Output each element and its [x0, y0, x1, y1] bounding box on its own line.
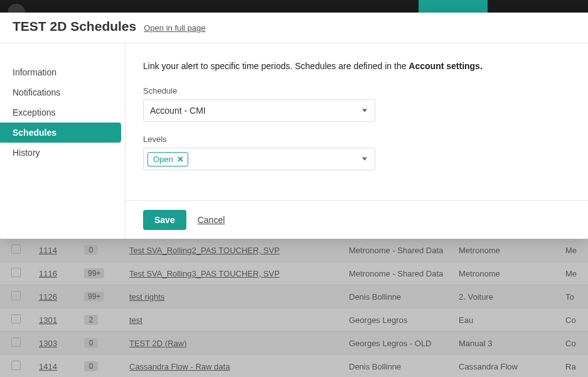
modal-content: Link your alert to specific time periods…	[126, 43, 588, 239]
save-button[interactable]: Save	[143, 210, 186, 230]
cancel-button[interactable]: Cancel	[198, 215, 225, 225]
sidebar-item-notifications[interactable]: Notifications	[0, 82, 125, 102]
schedule-select[interactable]: Account - CMI	[143, 99, 375, 122]
app-topbar	[0, 0, 588, 13]
schedule-value: Account - CMI	[150, 106, 206, 116]
chevron-down-icon	[362, 158, 367, 161]
modal-actions: Save Cancel	[126, 200, 588, 239]
sidebar-item-exceptions[interactable]: Exceptions	[0, 102, 125, 123]
modal-body: Information Notifications Exceptions Sch…	[0, 43, 588, 239]
modal-title: TEST 2D Schedules	[13, 19, 136, 34]
sidebar-item-information[interactable]: Information	[0, 62, 125, 82]
helper-bold: Account settings.	[409, 61, 482, 71]
schedules-modal: TEST 2D Schedules Open in full page Info…	[0, 13, 588, 239]
levels-chip-open: Open ✕	[147, 152, 188, 167]
levels-select[interactable]: Open ✕	[143, 148, 375, 170]
topbar-accent	[419, 0, 488, 13]
schedule-label: Schedule	[143, 86, 570, 96]
modal-sidebar: Information Notifications Exceptions Sch…	[0, 43, 126, 239]
modal-backdrop	[0, 239, 588, 377]
chip-remove-icon[interactable]: ✕	[177, 155, 184, 164]
levels-label: Levels	[143, 134, 570, 144]
helper-prefix: Link your alert to specific time periods…	[143, 61, 409, 71]
open-full-page-link[interactable]: Open in full page	[144, 23, 205, 33]
sidebar-item-history[interactable]: History	[0, 143, 125, 163]
sidebar-item-schedules[interactable]: Schedules	[0, 123, 121, 143]
helper-text: Link your alert to specific time periods…	[143, 61, 570, 71]
chip-label: Open	[153, 155, 173, 164]
modal-header: TEST 2D Schedules Open in full page	[0, 13, 588, 43]
chevron-down-icon	[362, 109, 367, 112]
